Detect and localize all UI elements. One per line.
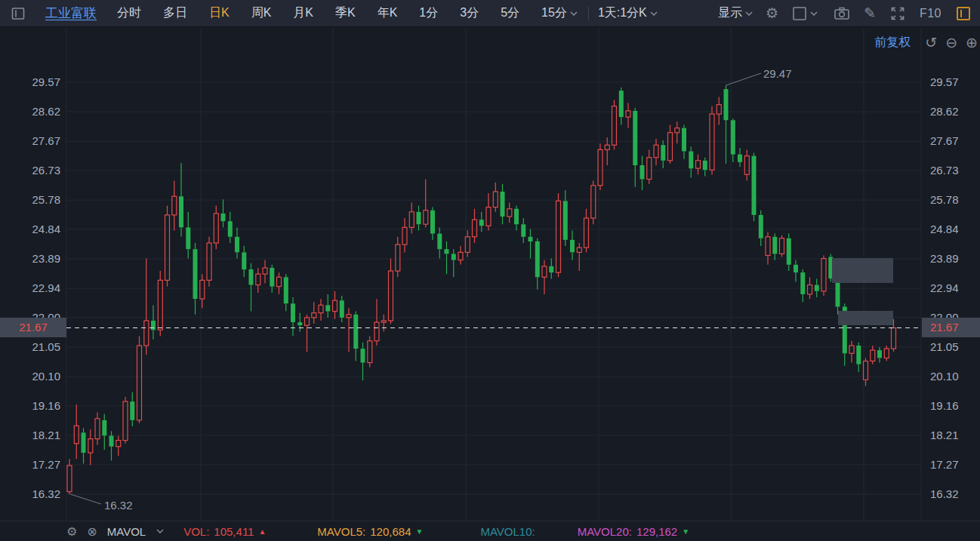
indicator-selector[interactable]: MAVOL <box>107 525 164 538</box>
zoom-in-icon[interactable]: ⊕ <box>966 35 978 50</box>
candle <box>270 268 274 287</box>
candle <box>507 209 512 217</box>
candle <box>787 238 791 265</box>
candle <box>577 247 581 252</box>
candle <box>556 201 561 272</box>
candle <box>668 133 673 161</box>
candle <box>821 259 826 291</box>
candle <box>563 201 568 240</box>
y-axis-label: 27.67 <box>930 134 959 148</box>
candle <box>396 244 400 271</box>
candle <box>808 285 812 294</box>
candle <box>151 321 156 330</box>
y-axis-label: 29.57 <box>0 75 60 89</box>
candle <box>619 91 624 117</box>
candle <box>116 441 121 447</box>
zoom-out-icon[interactable]: ⊖ <box>945 35 957 50</box>
candle <box>752 156 757 215</box>
y-axis-label: 19.16 <box>0 399 60 413</box>
stock-app-window: 工业富联 分时多日日K周K月K季K年K1分3分5分15分 1天:1分K 显示 ⚙… <box>0 0 980 541</box>
candle <box>361 349 365 363</box>
candle <box>172 196 177 215</box>
candle <box>661 145 665 161</box>
candle <box>221 214 226 221</box>
candle <box>368 341 372 363</box>
candle <box>591 186 596 218</box>
high-price-annotation: 29.47 <box>763 67 792 80</box>
candle <box>570 240 575 253</box>
candle <box>207 243 211 280</box>
candle <box>738 155 742 162</box>
candle <box>137 346 142 420</box>
candle <box>640 165 645 180</box>
arrow-down-icon: ▼ <box>416 527 424 536</box>
indicator-label: MAVOL20: <box>578 525 632 538</box>
candle <box>256 274 260 284</box>
candle <box>374 322 379 341</box>
indicator-close-icon[interactable]: ⊗ <box>87 524 97 539</box>
candle <box>291 303 295 322</box>
candle <box>647 158 652 180</box>
candle <box>263 268 267 274</box>
candle <box>82 432 86 453</box>
candle <box>144 321 149 346</box>
chevron-down-icon <box>156 529 164 533</box>
candle <box>535 241 540 277</box>
candle <box>584 218 589 247</box>
candle <box>123 401 128 441</box>
indicator-value: 105,411 <box>214 525 254 538</box>
candle <box>696 161 701 168</box>
y-axis-label: 21.05 <box>930 340 959 354</box>
y-axis-label: 16.32 <box>0 487 60 501</box>
y-axis-label: 26.73 <box>0 164 60 177</box>
candle <box>892 328 896 349</box>
candle <box>319 305 323 312</box>
indicator-label: MAVOL10: <box>480 525 535 538</box>
candle <box>759 215 763 238</box>
candle <box>389 271 393 321</box>
candle <box>633 111 637 165</box>
candle <box>815 285 819 291</box>
candle <box>325 305 330 311</box>
undo-reset-icon[interactable]: ↺ <box>925 35 937 50</box>
candle <box>277 277 282 286</box>
candle <box>214 214 218 243</box>
adjust-mode-button[interactable]: 前复权 <box>874 35 911 51</box>
indicator-item[interactable]: MAVOL10: <box>480 525 535 538</box>
candle <box>794 265 798 272</box>
candle <box>430 211 435 234</box>
candle <box>381 321 386 322</box>
candle <box>473 220 477 237</box>
candle <box>67 466 72 492</box>
indicator-value: 120,684 <box>370 525 411 538</box>
y-axis-label: 17.27 <box>0 458 60 472</box>
candle <box>158 280 162 330</box>
candle <box>689 152 693 169</box>
candle <box>800 272 805 294</box>
y-axis-label: 20.10 <box>0 370 60 383</box>
indicator-label: MAVOL5: <box>317 525 365 538</box>
candle <box>193 249 198 299</box>
indicator-settings-gear-icon[interactable]: ⚙ <box>66 524 77 539</box>
candle <box>877 350 882 358</box>
candle <box>347 315 351 318</box>
indicator-item[interactable]: MAVOL5:120,684▼ <box>317 525 423 538</box>
candle <box>409 212 414 228</box>
candle <box>486 207 491 226</box>
candle <box>766 237 770 256</box>
candle <box>437 234 442 250</box>
candle <box>109 435 114 446</box>
y-axis-label: 18.21 <box>0 429 60 442</box>
y-axis-label: 24.84 <box>930 223 959 236</box>
indicator-item[interactable]: VOL:105,411▲ <box>183 525 266 538</box>
candle <box>780 238 784 254</box>
candle <box>340 300 344 318</box>
candle <box>186 227 190 249</box>
candle <box>235 237 239 253</box>
y-axis-label: 23.89 <box>930 252 959 266</box>
candle <box>675 128 680 133</box>
candle <box>529 237 533 241</box>
indicator-item[interactable]: MAVOL20:129,162▼ <box>578 525 689 538</box>
candle <box>514 209 519 225</box>
candle <box>417 212 421 225</box>
